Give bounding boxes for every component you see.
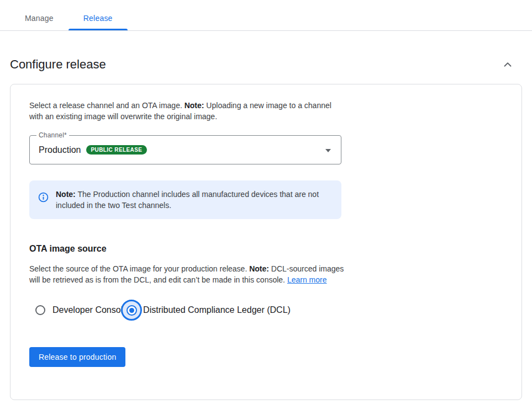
intro-prefix: Select a release channel and an OTA imag… bbox=[29, 101, 185, 110]
intro-note-label: Note: bbox=[185, 101, 204, 110]
channel-select[interactable]: Channel* Production PUBLIC RELEASE bbox=[29, 135, 341, 164]
tab-manage[interactable]: Manage bbox=[10, 7, 69, 30]
radio-unselected-icon[interactable] bbox=[35, 305, 45, 315]
configure-release-card: Select a release channel and an OTA imag… bbox=[10, 84, 522, 400]
info-icon bbox=[38, 192, 49, 211]
public-release-badge: PUBLIC RELEASE bbox=[86, 145, 148, 155]
note-box: Note: The Production channel includes al… bbox=[29, 180, 341, 219]
page-title: Configure release bbox=[10, 57, 106, 72]
ota-desc-prefix: Select the source of the OTA image for y… bbox=[29, 264, 249, 273]
radio-option-dcl[interactable]: Distributed Compliance Ledger (DCL) bbox=[121, 300, 291, 321]
tab-release[interactable]: Release bbox=[69, 7, 128, 30]
learn-more-link[interactable]: Learn more bbox=[287, 275, 327, 284]
radio-selected-dot bbox=[129, 308, 134, 313]
dropdown-arrow-icon[interactable] bbox=[325, 149, 331, 152]
section-header: Configure release bbox=[0, 31, 532, 72]
release-to-production-button[interactable]: Release to production bbox=[29, 347, 125, 367]
radio-label-developer-console: Developer Console bbox=[52, 305, 128, 315]
chevron-up-icon bbox=[502, 58, 514, 71]
ota-source-description: Select the source of the OTA image for y… bbox=[29, 263, 349, 285]
intro-text: Select a release channel and an OTA imag… bbox=[29, 100, 345, 122]
channel-selected-value: Production bbox=[39, 145, 81, 155]
tab-bar: Manage Release bbox=[0, 0, 532, 31]
radio-option-developer-console[interactable]: Developer Console bbox=[35, 305, 128, 315]
radio-selected-icon[interactable] bbox=[121, 300, 142, 321]
note-box-label: Note: bbox=[56, 190, 76, 199]
radio-label-dcl: Distributed Compliance Ledger (DCL) bbox=[143, 305, 291, 315]
channel-field-label: Channel* bbox=[36, 131, 69, 139]
note-box-body: The Production channel includes all manu… bbox=[56, 190, 319, 210]
collapse-section-button[interactable] bbox=[500, 57, 515, 72]
ota-source-radio-group: Developer Console Distributed Compliance… bbox=[35, 300, 522, 321]
note-box-text: Note: The Production channel includes al… bbox=[56, 189, 321, 211]
radio-selected-ring bbox=[127, 305, 137, 316]
ota-source-title: OTA image source bbox=[29, 244, 522, 254]
ota-desc-note-label: Note: bbox=[249, 264, 269, 273]
